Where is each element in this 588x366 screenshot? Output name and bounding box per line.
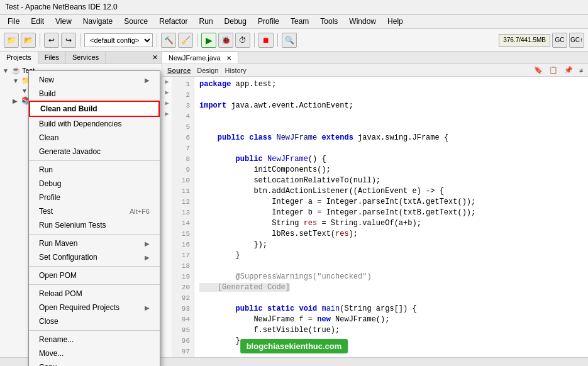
cm-profile-label: Profile <box>39 193 60 202</box>
cm-maven-arrow: ▶ <box>145 240 150 247</box>
toolbar-sep-6 <box>277 33 278 47</box>
toolbar: 📁 📂 ↩ ↪ <default config> 🔨 🧹 ▶ 🐞 ⏱ ⏹ 🔍 3… <box>0 29 588 52</box>
menu-view[interactable]: View <box>50 16 77 27</box>
cm-maven-label: Run Maven <box>39 239 77 248</box>
editor-content: ▶ ▶ ▶ ▶ <box>162 77 588 357</box>
cm-new-label: New <box>39 75 54 84</box>
title-bar: Test - Apache NetBeans IDE 12.0 <box>0 0 588 14</box>
menu-source[interactable]: Source <box>119 16 153 27</box>
config-select[interactable]: <default config> <box>84 33 153 47</box>
cm-copy[interactable]: Copy... <box>29 360 160 366</box>
editor-gutter: ▶ ▶ ▶ ▶ <box>162 77 172 357</box>
menu-window[interactable]: Window <box>344 16 381 27</box>
menu-team[interactable]: Team <box>286 16 314 27</box>
cm-sep-2 <box>29 234 160 235</box>
tree-expand-src: ▼ <box>13 77 20 84</box>
cm-close-label: Close <box>39 317 58 326</box>
menu-file[interactable]: File <box>3 16 25 27</box>
menu-profile[interactable]: Profile <box>253 16 284 27</box>
cm-new[interactable]: New ▶ <box>29 73 160 87</box>
menu-debug[interactable]: Debug <box>219 16 252 27</box>
toolbar-task-btn[interactable]: 📋 <box>546 65 560 75</box>
cm-move[interactable]: Move... <box>29 347 160 360</box>
cm-open-req[interactable]: Open Required Projects ▶ <box>29 301 160 314</box>
clean-build-btn[interactable]: 🧹 <box>178 33 193 48</box>
cm-sep-4 <box>29 284 160 285</box>
cm-build-deps[interactable]: Build with Dependencies <box>29 117 160 131</box>
panel-close-btn[interactable]: ✕ <box>148 52 162 64</box>
new-project-btn[interactable]: 📁 <box>4 33 19 48</box>
toolbar-bookmark-btn[interactable]: 🔖 <box>531 65 545 75</box>
right-panel: NewJFrame.java ✕ Source Design History 🔖… <box>162 52 588 357</box>
menu-tools[interactable]: Tools <box>315 16 343 27</box>
toolbar-design-btn[interactable]: Design <box>194 66 221 75</box>
menu-refactor[interactable]: Refactor <box>154 16 192 27</box>
tab-files[interactable]: Files <box>38 52 66 64</box>
cm-debug[interactable]: Debug <box>29 177 160 191</box>
toolbar-source-btn[interactable]: Source <box>165 66 193 75</box>
cm-build[interactable]: Build <box>29 87 160 101</box>
cm-test[interactable]: Test Alt+F6 <box>29 204 160 218</box>
toolbar-history-btn[interactable]: History <box>223 66 249 75</box>
project-icon: ☕ <box>11 66 21 75</box>
editor-tabs: NewJFrame.java ✕ <box>162 52 588 64</box>
cm-open-pom-label: Open POM <box>39 271 77 280</box>
cm-clean[interactable]: Clean <box>29 131 160 145</box>
cm-run-label: Run <box>39 165 53 174</box>
gc-btn[interactable]: GC <box>552 33 567 48</box>
cm-clean-label: Clean <box>39 133 58 142</box>
cm-test-shortcut: Alt+F6 <box>130 208 150 215</box>
cm-rename[interactable]: Rename... <box>29 333 160 347</box>
cm-test-label: Test <box>39 207 53 216</box>
force-gc-btn[interactable]: GC↑ <box>569 33 584 48</box>
toolbar-diff-btn[interactable]: ≠ <box>577 66 585 75</box>
panel-tabs: Projects Files Services ✕ <box>0 52 162 64</box>
left-panel: Projects Files Services ✕ ▼ ☕ Test ▼ 📁 S… <box>0 52 162 357</box>
redo-btn[interactable]: ↪ <box>61 33 76 48</box>
editor-tab-close[interactable]: ✕ <box>226 55 231 62</box>
cm-run[interactable]: Run <box>29 163 160 177</box>
cm-set-config[interactable]: Set Configuration ▶ <box>29 250 160 264</box>
tab-services[interactable]: Services <box>66 52 106 64</box>
editor-tab-newjframe[interactable]: NewJFrame.java ✕ <box>162 52 238 64</box>
gutter-line-8: ▶ <box>162 87 172 98</box>
cm-clean-build-label: Clean and Build <box>40 104 97 113</box>
undo-btn[interactable]: ↩ <box>44 33 59 48</box>
gutter-line-3: ▶ <box>162 77 172 87</box>
build-btn[interactable]: 🔨 <box>161 33 176 48</box>
cm-close[interactable]: Close <box>29 314 160 328</box>
toolbar-fold-btn[interactable]: 📌 <box>562 65 575 75</box>
title-text: Test - Apache NetBeans IDE 12.0 <box>5 3 118 11</box>
cm-clean-build[interactable]: Clean and Build <box>29 101 160 117</box>
cm-req-label: Open Required Projects <box>39 303 119 312</box>
cm-javadoc-label: Generate Javadoc <box>39 147 101 156</box>
cm-copy-label: Copy... <box>39 363 62 366</box>
cm-config-arrow: ▶ <box>145 254 150 261</box>
stop-btn[interactable]: ⏹ <box>258 33 274 48</box>
memory-indicator: 376.7/441.5MB <box>499 34 550 47</box>
code-area[interactable]: package app.test; import java.awt.event.… <box>194 77 588 357</box>
menu-edit[interactable]: Edit <box>26 16 49 27</box>
run-btn[interactable]: ▶ <box>201 33 216 48</box>
debug-btn[interactable]: 🐞 <box>218 33 233 48</box>
cm-build-label: Build <box>39 89 56 98</box>
memory-text: 376.7/441.5MB <box>503 36 546 43</box>
toolbar-sep-4 <box>197 33 197 47</box>
cm-reload-pom[interactable]: Reload POM <box>29 287 160 301</box>
toolbar-sep-2 <box>80 33 80 47</box>
profile-btn[interactable]: ⏱ <box>235 33 250 48</box>
search-btn[interactable]: 🔍 <box>282 33 297 48</box>
cm-config-label: Set Configuration <box>39 253 97 262</box>
menu-run[interactable]: Run <box>194 16 218 27</box>
cm-profile[interactable]: Profile <box>29 191 160 204</box>
cm-open-pom[interactable]: Open POM <box>29 269 160 282</box>
menu-help[interactable]: Help <box>382 16 408 27</box>
gutter-line-20: ▶ <box>162 98 172 109</box>
cm-new-arrow: ▶ <box>145 77 150 84</box>
cm-generate-javadoc[interactable]: Generate Javadoc <box>29 145 160 158</box>
cm-run-maven[interactable]: Run Maven ▶ <box>29 236 160 250</box>
cm-selenium[interactable]: Run Selenium Tests <box>29 218 160 232</box>
tab-projects[interactable]: Projects <box>0 52 38 64</box>
open-project-btn[interactable]: 📂 <box>21 33 36 48</box>
menu-navigate[interactable]: Navigate <box>78 16 118 27</box>
